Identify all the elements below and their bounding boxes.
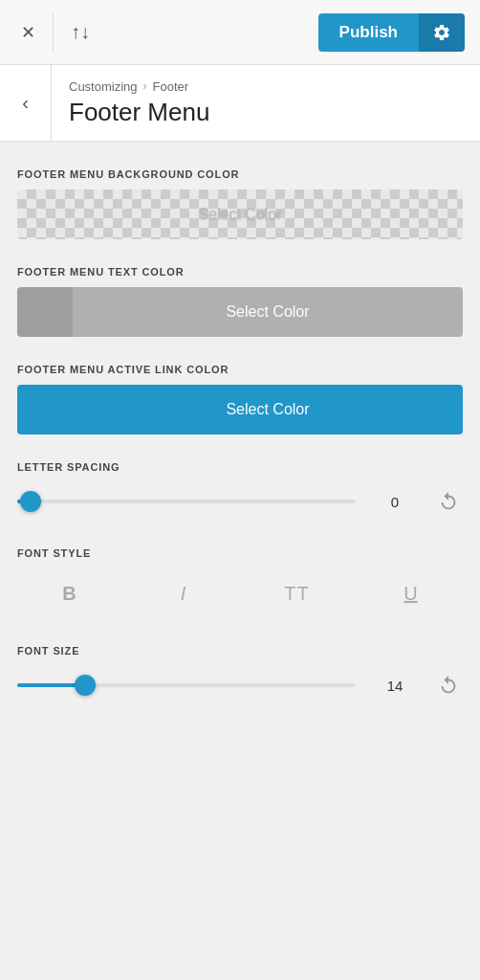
link-color-btn-label: Select Color [73, 385, 463, 434]
page-title: Footer Menu [69, 98, 209, 127]
font-size-value: 14 [367, 666, 423, 704]
breadcrumb: Customizing › Footer [69, 79, 209, 94]
italic-button[interactable]: I [131, 568, 235, 618]
text-color-label: FOOTER MENU TEXT COLOR [17, 266, 463, 278]
font-style-row: B I TT U [17, 568, 463, 618]
bg-color-label: FOOTER MENU BACKGROUND COLOR [17, 168, 463, 180]
text-color-swatch [17, 287, 73, 337]
text-color-button[interactable]: Select Color [17, 287, 463, 337]
font-size-row: 14 [17, 666, 463, 704]
bg-color-button[interactable]: Select Color [17, 189, 463, 239]
font-style-section: FONT STYLE B I TT U [17, 547, 463, 618]
slider-thumb[interactable] [20, 491, 41, 512]
text-color-section: FOOTER MENU TEXT COLOR Select Color [17, 266, 463, 337]
font-style-label: FONT STYLE [17, 547, 463, 559]
text-color-btn-label: Select Color [73, 287, 463, 337]
tt-button[interactable]: TT [245, 568, 349, 618]
close-icon: ✕ [21, 22, 35, 43]
reset-icon [438, 491, 459, 512]
top-bar: ✕ ↑↓ Publish [0, 0, 480, 65]
breadcrumb-part1: Customizing [69, 79, 138, 94]
link-color-button[interactable]: Select Color [17, 385, 463, 434]
main-content: FOOTER MENU BACKGROUND COLOR Select Colo… [0, 142, 480, 731]
letter-spacing-slider[interactable] [17, 490, 356, 513]
back-icon: ‹ [22, 92, 29, 114]
letter-spacing-row: 0 [17, 482, 463, 521]
bold-icon: B [62, 583, 76, 605]
letter-spacing-label: LETTER SPACING [17, 461, 463, 473]
font-size-slider[interactable] [17, 674, 356, 697]
gear-icon [432, 23, 451, 42]
letter-spacing-section: LETTER SPACING 0 [17, 461, 463, 521]
bg-color-btn-label: Select Color [198, 206, 281, 223]
font-size-section: FONT SIZE 14 [17, 645, 463, 704]
header-content: Customizing › Footer Footer Menu [52, 65, 227, 141]
divider [53, 13, 54, 52]
publish-group: Publish [318, 13, 465, 52]
link-color-section: FOOTER MENU ACTIVE LINK COLOR Select Col… [17, 364, 463, 434]
link-color-label: FOOTER MENU ACTIVE LINK COLOR [17, 364, 463, 375]
back-button[interactable]: ‹ [0, 65, 52, 141]
font-size-label: FONT SIZE [17, 645, 463, 657]
bold-button[interactable]: B [17, 568, 121, 618]
publish-button[interactable]: Publish [318, 13, 419, 52]
close-button[interactable]: ✕ [15, 16, 41, 49]
underline-button[interactable]: U [359, 568, 463, 618]
sort-button[interactable]: ↑↓ [65, 15, 96, 49]
font-size-reset-icon [438, 675, 459, 696]
underline-icon: U [404, 583, 417, 605]
page-header: ‹ Customizing › Footer Footer Menu [0, 65, 480, 142]
font-size-slider-track [17, 683, 356, 687]
link-color-swatch [17, 385, 73, 434]
publish-settings-button[interactable] [419, 13, 465, 52]
font-size-slider-thumb[interactable] [75, 675, 96, 696]
sort-icon: ↑↓ [71, 21, 90, 43]
italic-icon: I [181, 583, 186, 605]
top-bar-left: ✕ ↑↓ [15, 13, 96, 52]
tt-icon: TT [284, 583, 309, 605]
breadcrumb-part2: Footer [153, 79, 189, 94]
letter-spacing-value: 0 [367, 482, 423, 521]
slider-track [17, 500, 356, 503]
letter-spacing-reset-button[interactable] [434, 487, 463, 516]
breadcrumb-arrow: › [143, 79, 147, 93]
bg-color-section: FOOTER MENU BACKGROUND COLOR Select Colo… [17, 168, 463, 239]
font-size-reset-button[interactable] [434, 671, 463, 700]
